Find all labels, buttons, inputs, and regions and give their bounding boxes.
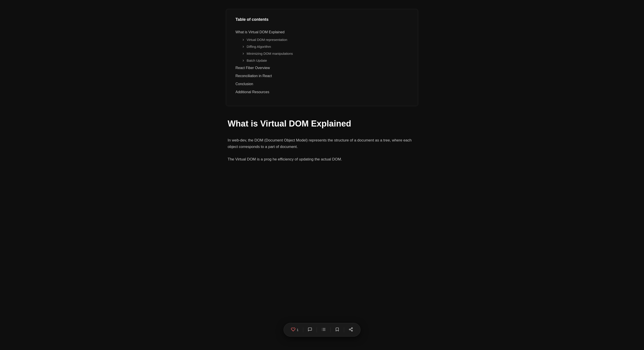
chevron-right-icon — [242, 52, 245, 55]
toolbar-divider-4 — [344, 328, 344, 332]
comment-button[interactable] — [305, 326, 315, 334]
article-section: What is Virtual DOM Explained In web-dev… — [226, 119, 418, 163]
svg-line-10 — [350, 328, 352, 329]
toc-sub-item-minimizing[interactable]: Minimizing DOM manipulations — [236, 50, 408, 57]
toolbar-divider-3 — [330, 328, 330, 332]
page-content: Table of contents What is Virtual DOM Ex… — [226, 9, 418, 337]
bookmark-button[interactable] — [332, 326, 342, 334]
toolbar-divider-1 — [303, 328, 303, 332]
like-count: 1 — [297, 328, 298, 332]
list-icon — [321, 327, 326, 332]
chevron-right-icon — [242, 38, 245, 41]
article-paragraph-2: The Virtual DOM is a prog he efficiency … — [228, 156, 416, 163]
toc-item-virtual-dom[interactable]: What is Virtual DOM Explained — [236, 28, 408, 36]
like-button[interactable]: 1 — [288, 326, 301, 334]
article-heading: What is Virtual DOM Explained — [228, 119, 416, 129]
chevron-right-icon — [242, 45, 245, 48]
svg-line-9 — [350, 330, 352, 330]
toc-sub-item-diffing[interactable]: Diffing Algorithm — [236, 43, 408, 50]
share-icon — [348, 327, 353, 332]
heart-icon — [291, 327, 296, 332]
toc-item-additional-resources[interactable]: Additional Resources — [236, 88, 408, 96]
toc-sub-item-batch-update[interactable]: Batch Update — [236, 57, 408, 64]
table-of-contents: Table of contents What is Virtual DOM Ex… — [226, 9, 418, 106]
list-button[interactable] — [319, 326, 328, 334]
toc-item-conclusion[interactable]: Conclusion — [236, 80, 408, 88]
article-paragraph-1: In web-dev, the DOM (Document Object Mod… — [228, 137, 416, 150]
toc-item-react-fiber[interactable]: React Fiber Overview — [236, 64, 408, 72]
toc-sub-item-virtual-dom-rep[interactable]: Virtual DOM representation — [236, 36, 408, 43]
toc-title: Table of contents — [236, 17, 408, 22]
floating-toolbar: 1 — [284, 323, 360, 337]
toc-item-reconciliation[interactable]: Reconciliation in React — [236, 72, 408, 80]
share-button[interactable] — [346, 326, 356, 334]
chevron-right-icon — [242, 59, 245, 62]
comment-icon — [308, 327, 312, 332]
bookmark-icon — [335, 327, 340, 332]
